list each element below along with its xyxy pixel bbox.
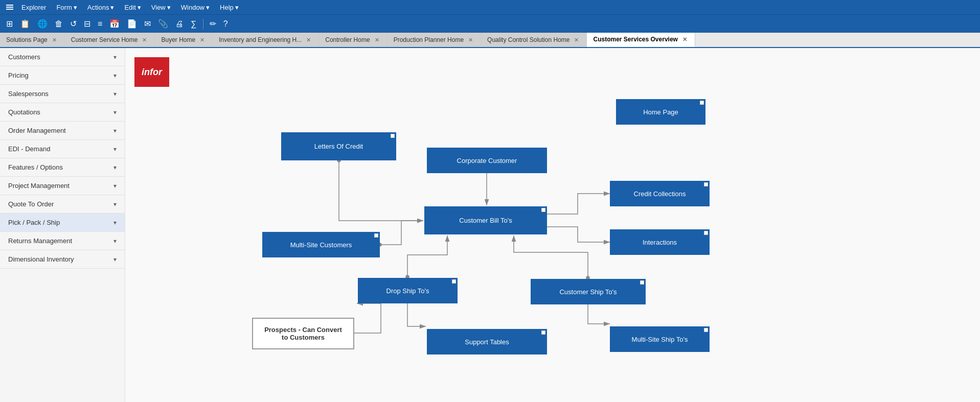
close-tab-qc[interactable]: ✕ bbox=[573, 36, 580, 44]
sidebar-item-order-management[interactable]: Order Management ▾ bbox=[0, 122, 125, 140]
toolbar-refresh[interactable]: ↺ bbox=[68, 18, 79, 30]
tab-quality-control[interactable]: Quality Control Solution Home ✕ bbox=[481, 33, 587, 47]
toolbar-copy[interactable]: 📄 bbox=[125, 18, 139, 30]
main-layout: Customers ▾ Pricing ▾ Salespersons ▾ Quo… bbox=[0, 48, 980, 402]
corner-dot-home-page bbox=[700, 101, 704, 105]
chevron-pricing: ▾ bbox=[113, 72, 117, 79]
toolbar: ⊞ 📋 🌐 🗑 ↺ ⊟ ≡ 📅 📄 ✉ 📎 🖨 ∑ ✏ ? bbox=[0, 14, 980, 33]
tab-production-planner[interactable]: Production Planner Home ✕ bbox=[388, 33, 481, 47]
sidebar-item-pick-pack-ship[interactable]: Pick / Pack / Ship ▾ bbox=[0, 214, 125, 232]
chevron-project-management: ▾ bbox=[113, 182, 117, 190]
toolbar-formula[interactable]: ∑ bbox=[189, 18, 198, 30]
tab-inventory-engineering[interactable]: Inventory and Engineering H... ✕ bbox=[213, 33, 319, 47]
chevron-pick-pack-ship: ▾ bbox=[113, 219, 117, 226]
toolbar-list[interactable]: ≡ bbox=[96, 18, 104, 30]
node-prospects[interactable]: Prospects - Can Convert to Customers bbox=[252, 318, 354, 349]
close-tab-ie[interactable]: ✕ bbox=[305, 36, 312, 44]
chevron-dimensional-inventory: ▾ bbox=[113, 256, 117, 263]
chevron-returns-management: ▾ bbox=[113, 238, 117, 245]
sidebar-item-pricing[interactable]: Pricing ▾ bbox=[0, 66, 125, 85]
node-multi-site-customers[interactable]: Multi-Site Customers bbox=[262, 232, 380, 257]
close-tab-production[interactable]: ✕ bbox=[467, 36, 474, 44]
menu-bar: Explorer Form ▾ Actions ▾ Edit ▾ View ▾ … bbox=[0, 0, 980, 14]
chevron-features-options: ▾ bbox=[113, 164, 117, 171]
close-tab-solutions[interactable]: ✕ bbox=[51, 36, 58, 44]
menu-edit[interactable]: Edit ▾ bbox=[120, 3, 145, 12]
corner-dot-multi-site-cust bbox=[374, 233, 378, 238]
hamburger-menu[interactable] bbox=[4, 4, 15, 11]
corner-dot-bill-tos bbox=[541, 208, 545, 212]
toolbar-open[interactable]: 📋 bbox=[18, 18, 32, 30]
tab-buyer-home[interactable]: Buyer Home ✕ bbox=[155, 33, 213, 47]
sidebar-item-dimensional-inventory[interactable]: Dimensional Inventory ▾ bbox=[0, 250, 125, 269]
sidebar-item-edi-demand[interactable]: EDI - Demand ▾ bbox=[0, 140, 125, 158]
corner-dot-credit bbox=[704, 182, 708, 186]
chevron-quote-to-order: ▾ bbox=[113, 201, 117, 208]
close-tab-csh[interactable]: ✕ bbox=[141, 36, 148, 44]
toolbar-sep-1 bbox=[203, 19, 203, 29]
tab-customer-services-overview[interactable]: Customer Services Overview ✕ bbox=[587, 33, 695, 47]
sidebar-item-quote-to-order[interactable]: Quote To Order ▾ bbox=[0, 195, 125, 214]
corner-dot-letters bbox=[391, 134, 395, 138]
node-credit-collections[interactable]: Credit Collections bbox=[610, 181, 710, 206]
node-multi-site-ship-tos[interactable]: Multi-Site Ship To's bbox=[610, 326, 710, 352]
close-tab-controller[interactable]: ✕ bbox=[373, 36, 381, 44]
menu-help[interactable]: Help ▾ bbox=[216, 3, 243, 12]
sidebar-item-quotations[interactable]: Quotations ▾ bbox=[0, 103, 125, 122]
toolbar-mail[interactable]: ✉ bbox=[142, 18, 153, 30]
toolbar-globe[interactable]: 🌐 bbox=[35, 18, 50, 30]
corner-dot-multi-ship bbox=[704, 328, 708, 332]
corner-dot-support bbox=[541, 330, 545, 335]
corner-dot-drop-ship bbox=[452, 279, 456, 283]
sidebar-item-returns-management[interactable]: Returns Management ▾ bbox=[0, 232, 125, 250]
toolbar-delete[interactable]: 🗑 bbox=[53, 18, 65, 30]
chevron-customers: ▾ bbox=[113, 54, 117, 61]
node-customer-bill-tos[interactable]: Customer Bill To's bbox=[424, 206, 547, 234]
toolbar-help[interactable]: ? bbox=[221, 18, 230, 30]
node-corporate-customer[interactable]: Corporate Customer bbox=[427, 148, 547, 173]
tab-customer-service-home[interactable]: Customer Service Home ✕ bbox=[65, 33, 155, 47]
node-drop-ship-tos[interactable]: Drop Ship To's bbox=[358, 278, 458, 303]
node-letters-of-credit[interactable]: Letters Of Credit bbox=[281, 132, 396, 160]
close-tab-cso[interactable]: ✕ bbox=[681, 36, 689, 43]
menu-form[interactable]: Form ▾ bbox=[52, 3, 81, 12]
sidebar-item-features-options[interactable]: Features / Options ▾ bbox=[0, 158, 125, 177]
corner-dot-ship-tos bbox=[640, 280, 644, 285]
toolbar-attach[interactable]: 📎 bbox=[156, 18, 170, 30]
chevron-order-management: ▾ bbox=[113, 127, 117, 134]
menu-view[interactable]: View ▾ bbox=[147, 3, 175, 12]
node-home-page[interactable]: Home Page bbox=[616, 99, 705, 125]
sidebar: Customers ▾ Pricing ▾ Salespersons ▾ Quo… bbox=[0, 48, 125, 402]
node-support-tables[interactable]: Support Tables bbox=[427, 329, 547, 354]
toolbar-print[interactable]: 🖨 bbox=[173, 18, 186, 30]
chevron-edi-demand: ▾ bbox=[113, 146, 117, 153]
tab-solutions-page[interactable]: Solutions Page ✕ bbox=[0, 33, 65, 47]
content-area: infor bbox=[125, 48, 980, 402]
menu-actions[interactable]: Actions ▾ bbox=[83, 3, 119, 12]
sidebar-item-salespersons[interactable]: Salespersons ▾ bbox=[0, 85, 125, 103]
node-customer-ship-tos[interactable]: Customer Ship To's bbox=[531, 279, 646, 304]
sidebar-item-customers[interactable]: Customers ▾ bbox=[0, 48, 125, 66]
node-interactions[interactable]: Interactions bbox=[610, 229, 710, 255]
toolbar-filter[interactable]: ⊟ bbox=[82, 18, 93, 30]
close-tab-buyer[interactable]: ✕ bbox=[198, 36, 206, 44]
chevron-quotations: ▾ bbox=[113, 109, 117, 116]
corner-dot-interactions bbox=[704, 231, 708, 235]
toolbar-new[interactable]: ⊞ bbox=[4, 18, 15, 30]
menu-window[interactable]: Window ▾ bbox=[177, 3, 214, 12]
infor-logo: infor bbox=[134, 57, 169, 87]
toolbar-edit-pencil[interactable]: ✏ bbox=[208, 18, 218, 30]
sidebar-item-project-management[interactable]: Project Management ▾ bbox=[0, 177, 125, 195]
toolbar-calendar[interactable]: 📅 bbox=[107, 18, 122, 30]
tab-controller-home[interactable]: Controller Home ✕ bbox=[319, 33, 387, 47]
menu-explorer[interactable]: Explorer bbox=[17, 3, 50, 12]
tabs-bar: Solutions Page ✕ Customer Service Home ✕… bbox=[0, 33, 980, 48]
chevron-salespersons: ▾ bbox=[113, 90, 117, 98]
